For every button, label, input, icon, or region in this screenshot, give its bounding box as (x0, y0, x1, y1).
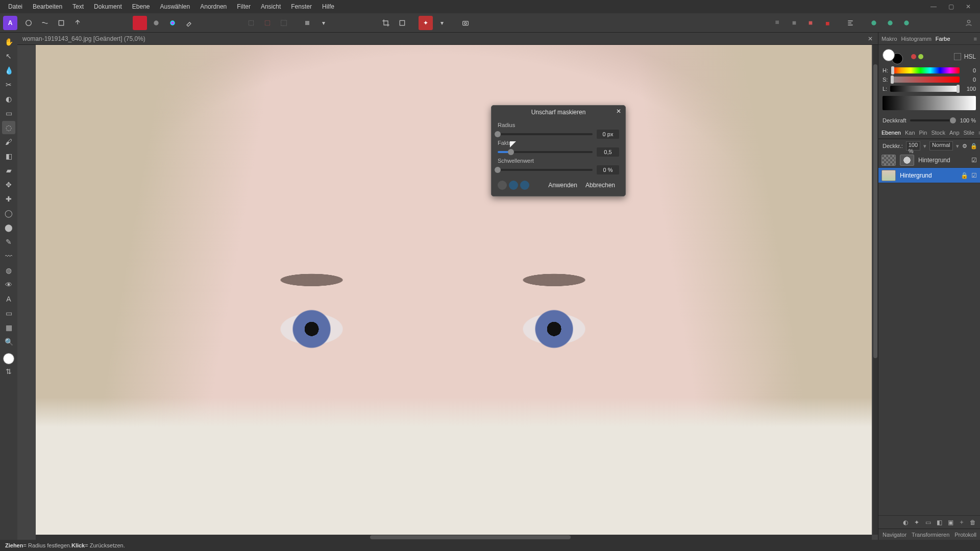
menu-hilfe[interactable]: Hilfe (317, 1, 339, 12)
resize-icon[interactable] (395, 16, 409, 30)
swatch-grey-icon[interactable] (149, 16, 163, 30)
arrange-front-icon[interactable] (820, 16, 834, 30)
layer-add-icon[interactable]: ＋ (958, 518, 966, 527)
faktor-value[interactable]: 0,5 (597, 147, 619, 157)
text-tool-icon[interactable]: A (2, 292, 15, 306)
tab-anp[interactable]: Anp (949, 130, 960, 136)
tab-protokoll[interactable]: Protokoll (954, 532, 976, 538)
window-max-icon[interactable]: ▢ (942, 3, 960, 10)
move-tool-icon[interactable]: ↖ (2, 49, 15, 63)
menu-fenster[interactable]: Fenster (286, 1, 317, 12)
horizontal-scrollbar[interactable] (36, 535, 872, 540)
recent-color-icon[interactable] (911, 54, 916, 59)
flood-select-tool-icon[interactable]: ◌ (2, 121, 15, 134)
tab-pin[interactable]: Pin (919, 130, 927, 136)
layer-mask3-icon[interactable]: ◧ (935, 518, 943, 527)
app-logo-icon[interactable]: A (3, 16, 17, 30)
radius-slider[interactable] (498, 133, 593, 135)
clone-tool-icon[interactable]: ✥ (2, 178, 15, 191)
camera-icon[interactable] (458, 16, 473, 30)
lig-slider[interactable] (890, 86, 960, 92)
arrange-backward-icon[interactable] (787, 16, 801, 30)
tab-makro[interactable]: Makro (881, 36, 897, 42)
lig-value[interactable]: 100 (963, 86, 976, 92)
tab-kan[interactable]: Kan (905, 130, 915, 136)
color-swatch-pair[interactable] (883, 49, 903, 64)
arrange-back-icon[interactable] (771, 16, 785, 30)
layer-mask-thumb-icon[interactable] (900, 155, 914, 166)
opacity-value[interactable]: 100 % (960, 117, 976, 123)
swatch-picker-icon[interactable] (182, 16, 196, 30)
quickmask-dropdown-icon[interactable]: ▾ (316, 16, 331, 30)
smudge-tool-icon[interactable]: 〰 (2, 249, 15, 263)
color-gradient[interactable] (883, 96, 976, 110)
tab-navigator[interactable]: Navigator (883, 532, 906, 538)
shape-tool-icon[interactable]: ▭ (2, 307, 15, 320)
layer-vis-icon[interactable]: ☑ (971, 157, 977, 164)
snap3-icon[interactable] (899, 16, 914, 30)
menu-text[interactable]: Text (67, 1, 89, 12)
layer-fx-icon[interactable]: ⚙ (962, 143, 967, 149)
assistant-icon[interactable]: ✦ (419, 16, 433, 30)
vertical-scrollbar[interactable] (873, 45, 878, 535)
redeye-tool-icon[interactable]: 👁 (2, 278, 15, 291)
sponge-tool-icon[interactable]: ◍ (2, 264, 15, 277)
dodge-tool-icon[interactable]: ◯ (2, 207, 15, 220)
assistant-dropdown-icon[interactable]: ▾ (435, 16, 449, 30)
hand-tool-icon[interactable]: ✋ (2, 35, 15, 48)
color-model-box-icon[interactable] (954, 53, 961, 60)
hue-slider[interactable] (891, 67, 960, 73)
fill-tool-icon[interactable]: ▰ (2, 164, 15, 177)
sat-slider[interactable] (891, 77, 960, 83)
preview-before-icon[interactable] (509, 181, 518, 190)
account-icon[interactable] (962, 16, 976, 30)
heal-tool-icon[interactable]: ✚ (2, 192, 15, 206)
tab-transformieren[interactable]: Transformieren (912, 532, 949, 538)
sat-value[interactable]: 0 (963, 77, 976, 83)
schwelle-slider[interactable] (498, 169, 593, 171)
brush-tool-icon[interactable]: 🖌 (2, 135, 15, 148)
panel-menu-icon[interactable]: ≡ (974, 36, 977, 42)
tab-farbe[interactable]: Farbe (936, 36, 950, 42)
layer-thumb-icon[interactable] (881, 170, 896, 181)
crop-tool-icon[interactable]: ✂ (2, 78, 15, 91)
document-tab[interactable]: woman-1919143_640.jpg [Geändert] (75,0%)… (17, 33, 878, 45)
dialog-close-icon[interactable]: ✕ (616, 108, 621, 115)
window-min-icon[interactable]: — (925, 3, 942, 10)
mesh-tool-icon[interactable]: ▦ (2, 321, 15, 334)
layer-vis-icon[interactable]: ☑ (971, 172, 977, 179)
layer-group-icon[interactable]: ▣ (946, 518, 954, 527)
color-mode-label[interactable]: HSL (964, 53, 976, 60)
select-all-icon[interactable] (277, 16, 291, 30)
menu-bearbeiten[interactable]: Bearbeiten (28, 1, 67, 12)
layer-fx2-icon[interactable]: ✦ (913, 518, 921, 527)
recent-color-icon[interactable] (918, 54, 923, 59)
layer-adjust-icon[interactable]: ◐ (901, 518, 910, 527)
layer-row[interactable]: Hintergrund ☑ (878, 153, 980, 168)
tab-histogramm[interactable]: Histogramm (901, 36, 932, 42)
preview-split-icon[interactable] (498, 181, 507, 190)
layer-thumb-icon[interactable] (881, 155, 896, 166)
menu-ebene[interactable]: Ebene (127, 1, 155, 12)
blur-tool-icon[interactable]: ⬤ (2, 221, 15, 234)
faktor-slider[interactable] (498, 151, 593, 153)
document-close-icon[interactable]: ✕ (868, 35, 873, 42)
persona-liquify-icon[interactable] (38, 16, 52, 30)
snap2-icon[interactable] (883, 16, 897, 30)
align-icon[interactable] (843, 16, 857, 30)
persona-photo-icon[interactable] (21, 16, 36, 30)
persona-develop-icon[interactable] (54, 16, 68, 30)
menu-anordnen[interactable]: Anordnen (195, 1, 232, 12)
layer-lock-icon[interactable]: 🔒 (970, 143, 977, 149)
crop-icon[interactable] (379, 16, 393, 30)
pen-tool-icon[interactable]: ✎ (2, 235, 15, 248)
swap-swatch-icon[interactable]: ⇅ (2, 365, 15, 378)
persona-export-icon[interactable] (70, 16, 85, 30)
erase-tool-icon[interactable]: ◧ (2, 149, 15, 163)
layer-mask2-icon[interactable]: ▭ (924, 518, 932, 527)
menu-filter[interactable]: Filter (232, 1, 256, 12)
swatch-color-icon[interactable] (133, 16, 147, 30)
menu-auswaehlen[interactable]: Auswählen (155, 1, 195, 12)
opacity-slider[interactable] (910, 119, 955, 121)
layer-del-icon[interactable]: 🗑 (969, 518, 977, 527)
